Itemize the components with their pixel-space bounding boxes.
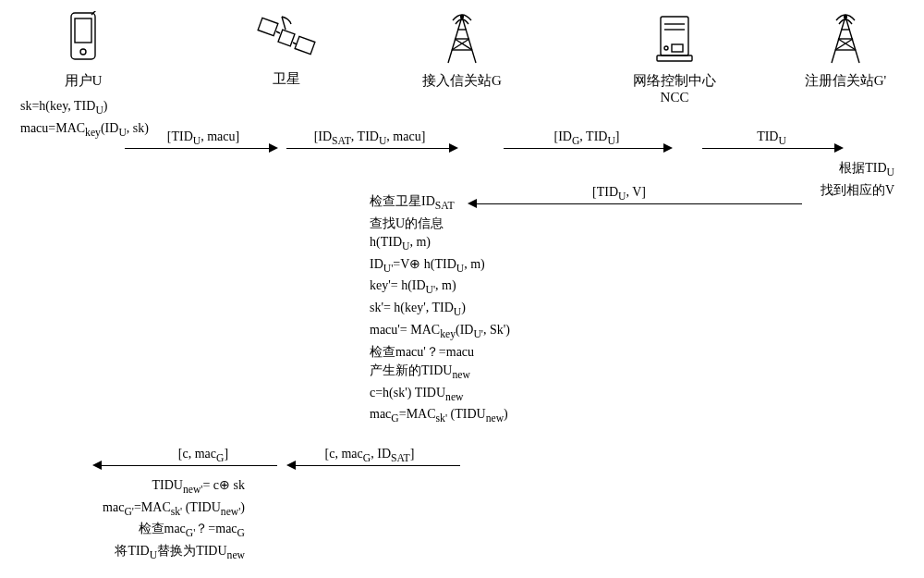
arrow-m2-head — [449, 143, 458, 153]
note-line: macu'= MACkey(IDU', Sk') — [370, 321, 510, 343]
svg-point-2 — [80, 49, 86, 55]
server-icon — [651, 11, 698, 68]
msg-m7-label: [c, macG] — [129, 447, 277, 464]
tower-icon — [439, 11, 485, 68]
note-line: 产生新的TIDUnew — [370, 362, 510, 384]
svg-rect-23 — [672, 44, 683, 52]
note-line: macG'=MACsk' (TIDUnew') — [9, 498, 245, 521]
note-gprime-lookup: 根据TIDU 找到相应的V — [821, 159, 894, 200]
svg-point-31 — [845, 16, 847, 18]
arrow-m7 — [102, 465, 277, 466]
arrow-m2 — [286, 148, 451, 149]
msg-m1-label: [TIDU, macu] — [129, 129, 277, 147]
arrow-m4-head — [834, 143, 844, 153]
msg-m2-label: [IDSAT, TIDU, macu] — [286, 129, 453, 147]
actor-gprime: 注册信关站G' — [790, 11, 901, 90]
note-line: 查找U的信息 — [370, 215, 510, 233]
msg-m4-label: TIDU — [707, 129, 836, 147]
svg-rect-7 — [295, 36, 315, 54]
arrow-m5 — [477, 203, 802, 204]
mobile-phone-icon — [66, 11, 101, 68]
note-line: c=h(sk') TIDUnew — [370, 384, 510, 406]
note-line: 检查macu'？=macu — [370, 343, 510, 362]
msg-m6: [c, macG, IDSAT] — [286, 447, 453, 464]
arrow-m7-head — [92, 461, 102, 470]
note-line: macG=MACsk' (TIDUnew) — [370, 405, 510, 427]
msg-m3-label: [IDG, TIDU] — [508, 129, 665, 147]
actor-gateway: 接入信关站G — [407, 11, 517, 90]
note-line: sk'= h(key', TIDU) — [370, 299, 510, 321]
actor-satellite-label: 卫星 — [231, 70, 342, 88]
arrow-m1 — [125, 148, 271, 149]
arrow-m4 — [702, 148, 836, 149]
note-line: 找到相应的V — [821, 181, 894, 200]
msg-m1: [TIDU, macu] — [129, 129, 277, 147]
msg-m5: [TIDU, V] — [554, 185, 684, 203]
msg-m2: [IDSAT, TIDU, macu] — [286, 129, 453, 147]
arrow-m6-head — [286, 461, 296, 470]
arrow-m1-head — [269, 143, 278, 153]
note-line: 将TIDU替换为TIDUnew — [9, 542, 245, 564]
note-line: 根据TIDU — [821, 159, 894, 181]
msg-m4: TIDU — [707, 129, 836, 147]
msg-m3: [IDG, TIDU] — [508, 129, 665, 147]
msg-m7: [c, macG] — [129, 447, 277, 464]
note-line: key'= h(IDU', m) — [370, 277, 510, 299]
actor-ncc: 网络控制中心NCC — [619, 11, 730, 105]
note-line: 检查macG'？=macG — [9, 520, 245, 542]
svg-line-8 — [276, 31, 280, 33]
actor-user: 用户U — [28, 11, 139, 90]
arrow-m3-head — [663, 143, 673, 153]
actor-ncc-label: 网络控制中心NCC — [619, 72, 730, 105]
svg-rect-6 — [258, 18, 278, 35]
note-line: TIDUnew'= c⊕ sk — [9, 476, 245, 498]
msg-m5-label: [TIDU, V] — [554, 185, 684, 203]
svg-line-9 — [293, 43, 297, 44]
actor-user-label: 用户U — [28, 72, 139, 90]
msg-m6-label: [c, macG, IDSAT] — [286, 447, 453, 464]
note-line: IDU'=V⊕ h(TIDU, m) — [370, 255, 510, 277]
svg-rect-19 — [657, 55, 692, 61]
actor-satellite: 卫星 — [231, 11, 342, 88]
actor-gateway-label: 接入信关站G — [407, 72, 517, 90]
satellite-icon — [254, 11, 319, 67]
note-line: 检查卫星IDSAT — [370, 192, 510, 215]
svg-point-22 — [664, 46, 668, 50]
note-user-verify: TIDUnew'= c⊕ sk macG'=MACsk' (TIDUnew') … — [9, 476, 245, 564]
svg-rect-5 — [278, 30, 295, 46]
arrow-m3 — [504, 148, 665, 149]
svg-point-17 — [461, 16, 464, 18]
svg-rect-1 — [75, 18, 91, 43]
tower-icon — [822, 11, 869, 68]
note-line: h(TIDU, m) — [370, 233, 510, 255]
actor-gprime-label: 注册信关站G' — [790, 72, 901, 90]
arrow-m6 — [296, 465, 460, 466]
note-line: sk=h(key, TIDU) — [20, 97, 149, 119]
note-gateway-verify: 检查卫星IDSAT 查找U的信息 h(TIDU, m) IDU'=V⊕ h(TI… — [370, 192, 510, 427]
